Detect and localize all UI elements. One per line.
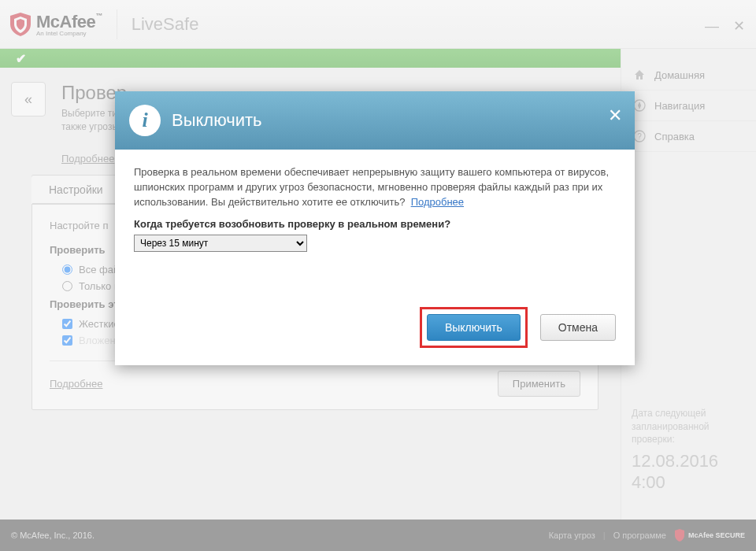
confirm-highlight: Выключить bbox=[420, 307, 528, 348]
modal-buttons: Выключить Отмена bbox=[134, 307, 616, 348]
modal-question: Когда требуется возобновить проверку в р… bbox=[134, 218, 616, 230]
modal-body: Проверка в реальном времени обеспечивает… bbox=[115, 150, 635, 365]
modal-title: Выключить bbox=[172, 110, 262, 131]
info-icon: i bbox=[129, 105, 161, 136]
disable-modal: i Выключить ✕ Проверка в реальном времен… bbox=[115, 91, 635, 365]
modal-close-button[interactable]: ✕ bbox=[608, 105, 622, 126]
modal-text: Проверка в реальном времени обеспечивает… bbox=[134, 165, 616, 210]
cancel-button[interactable]: Отмена bbox=[540, 314, 616, 341]
disable-confirm-button[interactable]: Выключить bbox=[427, 314, 521, 341]
modal-header: i Выключить ✕ bbox=[115, 91, 635, 150]
resume-time-select[interactable]: Через 15 минут bbox=[134, 235, 307, 252]
modal-more-link[interactable]: Подробнее bbox=[411, 196, 464, 208]
